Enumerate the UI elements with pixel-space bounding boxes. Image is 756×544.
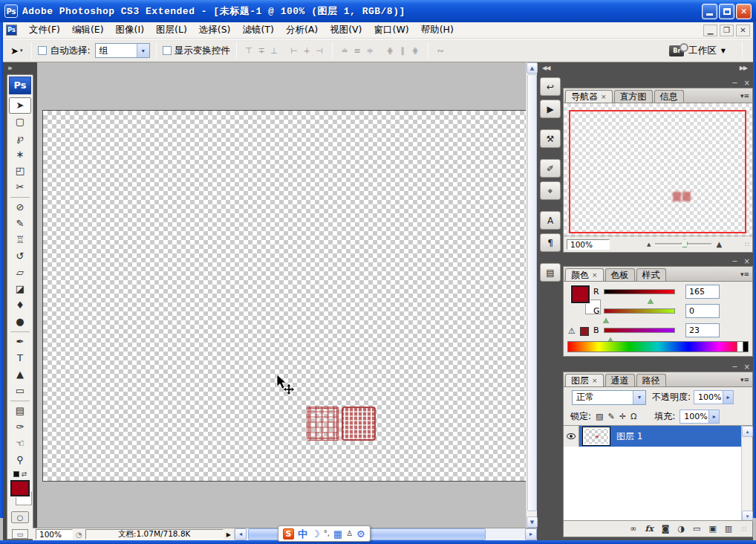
eyedropper-tool[interactable]: ✑ — [9, 419, 31, 435]
lock-position-icon[interactable]: ✛ — [619, 412, 626, 421]
workspace-button[interactable]: 工作区 — [688, 45, 717, 57]
panel-minimize-icon[interactable]: − — [731, 363, 737, 371]
combo-arrow-icon[interactable]: ▾ — [633, 391, 645, 404]
ime-language-bar[interactable]: S 中 ☽ °, ▦ ♙ ⚙ — [278, 525, 371, 542]
brush-tool[interactable]: ✎ — [9, 216, 31, 232]
spectrum-endcaps[interactable] — [737, 341, 749, 352]
menu-select[interactable]: 选择(S) — [193, 22, 237, 38]
red-slider-thumb[interactable] — [648, 296, 654, 304]
pen-tool[interactable]: ✒ — [9, 334, 31, 350]
delete-layer-icon[interactable]: ▥ — [725, 524, 732, 534]
maximize-button[interactable] — [719, 4, 734, 19]
tab-layers[interactable]: 图层 × — [565, 374, 604, 386]
chinese-mode-icon[interactable]: 中 — [298, 529, 307, 539]
half-full-width-icon[interactable]: ☽ — [311, 529, 320, 539]
navigator-proxy-preview[interactable] — [564, 103, 752, 237]
zoom-slider-thumb[interactable] — [681, 239, 688, 247]
show-transform-checkbox[interactable] — [163, 46, 172, 55]
distribute-right-edges-button[interactable]: ⋕ — [409, 44, 422, 57]
tab-close-icon[interactable]: × — [592, 377, 598, 384]
vertical-scrollbar[interactable]: ▲ ▼ — [526, 62, 537, 528]
layer-comps-panel-icon[interactable]: ▤ — [540, 263, 561, 282]
dodge-tool[interactable]: ● — [9, 314, 31, 330]
panel-menu-icon[interactable]: ▾≡ — [740, 376, 751, 383]
tab-close-icon[interactable]: × — [601, 93, 607, 100]
green-slider-thumb[interactable] — [603, 315, 609, 323]
combo-arrow-icon[interactable]: ▾ — [137, 44, 149, 57]
clone-stamp-tool[interactable]: ♖ — [9, 232, 31, 248]
tab-paths[interactable]: 路径 — [636, 374, 666, 386]
align-top-edges-button[interactable]: ⊤ — [243, 44, 255, 57]
tab-color[interactable]: 颜色 × — [565, 268, 604, 281]
quick-mask-button[interactable]: ○ — [11, 511, 29, 523]
lasso-tool[interactable]: ℘ — [9, 130, 31, 146]
character-panel-icon[interactable]: A — [540, 211, 561, 230]
tool-presets-panel-icon[interactable]: ⚒ — [540, 129, 561, 148]
doc-restore-button[interactable]: ❐ — [720, 25, 734, 36]
slice-tool[interactable]: ✂ — [9, 179, 31, 195]
move-tool[interactable]: ➤ — [9, 97, 31, 114]
settings-icon[interactable]: ⚙ — [356, 529, 365, 539]
align-left-edges-button[interactable]: ⊢ — [288, 44, 301, 57]
canvas-transparent[interactable] — [42, 110, 526, 482]
panel-close-icon[interactable]: × — [744, 363, 750, 371]
scroll-up-button[interactable]: ▲ — [527, 62, 538, 74]
distribute-horizontal-centers-button[interactable]: ∥ — [397, 44, 409, 57]
opacity-field[interactable]: 100% ▸ — [694, 390, 734, 404]
navigator-zoom-slider[interactable] — [655, 243, 711, 245]
zoom-level-field[interactable]: 100% — [36, 529, 73, 540]
shape-tool[interactable]: ▭ — [9, 383, 31, 399]
align-vertical-centers-button[interactable]: ∓ — [255, 44, 268, 57]
panel-menu-icon[interactable]: ▾≡ — [740, 92, 751, 100]
panel-minimize-icon[interactable]: − — [731, 257, 737, 265]
toolbox-collapse-chevron[interactable]: » — [3, 62, 37, 72]
menu-file[interactable]: 文件(F) — [23, 22, 66, 38]
distribute-bottom-edges-button[interactable]: ≑ — [364, 44, 377, 57]
color-spectrum-ramp[interactable] — [567, 341, 749, 352]
healing-brush-tool[interactable]: ⊘ — [9, 199, 31, 216]
gamut-warning-icon[interactable]: ⚠ — [568, 326, 576, 336]
align-horizontal-centers-button[interactable]: ∔ — [301, 44, 313, 57]
lock-pixels-icon[interactable]: ✎ — [607, 412, 614, 421]
distribute-vertical-centers-button[interactable]: ≡ — [351, 44, 364, 57]
align-right-edges-button[interactable]: ⊣ — [313, 44, 326, 57]
actions-panel-icon[interactable]: ▶ — [540, 100, 561, 118]
zoom-in-icon[interactable]: ▲ — [716, 240, 722, 248]
blue-value-field[interactable]: 23 — [685, 323, 720, 337]
tab-histogram[interactable]: 直方图 — [614, 90, 653, 103]
scroll-right-button[interactable]: ▸ — [525, 528, 537, 540]
soft-keyboard-icon[interactable]: ▦ — [333, 529, 342, 539]
zoom-out-icon[interactable]: ▲ — [647, 242, 651, 247]
foreground-color-swatch[interactable] — [10, 480, 30, 496]
visibility-toggle[interactable] — [564, 426, 579, 447]
navigator-zoom-field[interactable]: 100% — [567, 239, 610, 250]
distribute-top-edges-button[interactable]: ≐ — [339, 44, 351, 57]
tab-info[interactable]: 信息 — [654, 90, 684, 103]
screen-mode-button[interactable]: ▭ — [12, 529, 28, 539]
scroll-up-button[interactable]: ▴ — [742, 426, 753, 437]
path-selection-tool[interactable]: ▲ — [9, 366, 31, 383]
eraser-tool[interactable]: ▱ — [9, 265, 31, 281]
tab-styles[interactable]: 样式 — [636, 268, 666, 281]
blend-mode-dropdown[interactable]: 正常 ▾ — [572, 390, 646, 405]
panel-menu-icon[interactable]: ▾≡ — [740, 271, 751, 278]
doc-minimize-button[interactable]: ▁ — [703, 25, 717, 36]
status-expand-button[interactable]: ▶ — [227, 531, 231, 538]
green-value-field[interactable]: 0 — [685, 304, 720, 318]
history-brush-tool[interactable]: ↺ — [9, 248, 31, 265]
panel-close-icon[interactable]: × — [744, 257, 750, 265]
bridge-icon[interactable]: Br — [669, 45, 684, 56]
paragraph-panel-icon[interactable]: ¶ — [540, 233, 561, 252]
panel-minimize-icon[interactable]: − — [731, 79, 737, 87]
hand-tool[interactable]: ☜ — [9, 435, 31, 452]
type-tool[interactable]: T — [9, 350, 31, 366]
panel-close-icon[interactable]: × — [744, 79, 750, 87]
menu-layer[interactable]: 图层(L) — [150, 22, 193, 38]
layer-list-scrollbar[interactable]: ▴ ▾ — [741, 426, 752, 522]
clone-source-panel-icon[interactable]: ⌖ — [540, 181, 561, 200]
zoom-tool[interactable]: ⚲ — [9, 452, 31, 468]
menu-image[interactable]: 图像(I) — [110, 22, 150, 38]
punctuation-icon[interactable]: °, — [324, 530, 330, 537]
layer-style-icon[interactable]: fx — [645, 524, 653, 534]
doc-close-button[interactable]: ✕ — [736, 25, 750, 36]
